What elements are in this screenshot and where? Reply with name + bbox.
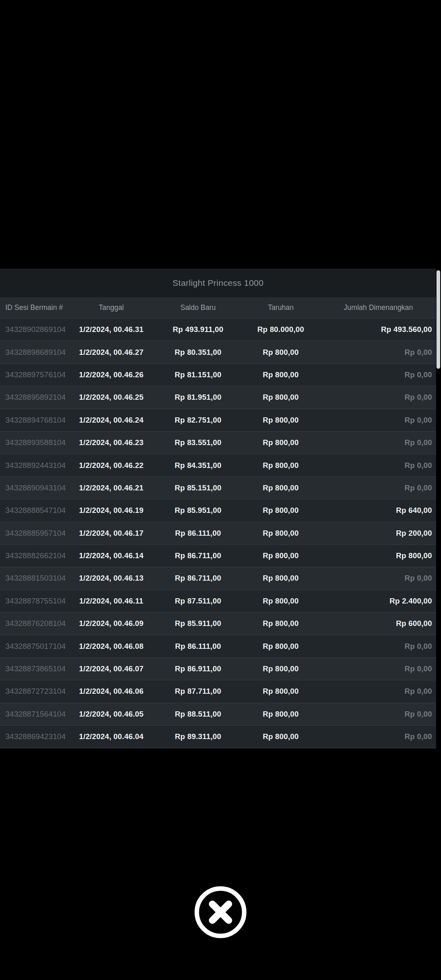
table-row: 34328872723104 1/2/2024, 00.46.06 Rp 87.… [0,680,436,703]
cell-amount-won: Rp 493.560,00 [321,325,436,334]
table-row: 34328898689104 1/2/2024, 00.46.27 Rp 80.… [0,341,436,363]
cell-amount-won: Rp 0,00 [321,393,436,402]
cell-date: 1/2/2024, 00.46.22 [67,461,155,470]
cell-new-balance: Rp 86.911,00 [155,664,241,673]
cell-new-balance: Rp 86.711,00 [155,574,241,583]
cell-amount-won: Rp 200,00 [321,529,436,538]
table-row: 34328895892104 1/2/2024, 00.46.25 Rp 81.… [0,386,436,409]
table-row: 34328902869104 1/2/2024, 00.46.31 Rp 493… [0,318,436,341]
cell-amount-won: Rp 0,00 [321,664,436,673]
cell-amount-won: Rp 800,00 [321,551,436,560]
cell-amount-won: Rp 0,00 [321,574,436,583]
cell-date: 1/2/2024, 00.46.19 [67,506,155,515]
cell-date: 1/2/2024, 00.46.25 [67,393,155,402]
table-row: 34328893588104 1/2/2024, 00.46.23 Rp 83.… [0,432,436,454]
cell-date: 1/2/2024, 00.46.09 [67,619,155,628]
cell-date: 1/2/2024, 00.46.14 [67,551,155,560]
cell-bet: Rp 800,00 [241,506,321,515]
cell-session-id: 34328893588104 [0,438,67,447]
cell-session-id: 34328871564104 [0,710,67,719]
table-row: 34328892443104 1/2/2024, 00.46.22 Rp 84.… [0,454,436,477]
cell-amount-won: Rp 0,00 [321,416,436,425]
close-button[interactable] [194,886,247,939]
cell-date: 1/2/2024, 00.46.04 [67,732,155,741]
table-body[interactable]: 34328902869104 1/2/2024, 00.46.31 Rp 493… [0,318,436,748]
cell-bet: Rp 800,00 [241,619,321,628]
cell-date: 1/2/2024, 00.46.07 [67,664,155,673]
cell-new-balance: Rp 86.111,00 [155,642,241,651]
cell-amount-won: Rp 0,00 [321,687,436,696]
cell-amount-won: Rp 2.400,00 [321,597,436,606]
cell-session-id: 34328902869104 [0,325,67,334]
cell-bet: Rp 800,00 [241,393,321,402]
cell-session-id: 34328882662104 [0,551,67,560]
cell-bet: Rp 800,00 [241,438,321,447]
column-header-bet: Taruhan [241,303,321,312]
cell-amount-won: Rp 0,00 [321,483,436,492]
table-row: 34328873865104 1/2/2024, 00.46.07 Rp 86.… [0,658,436,680]
cell-bet: Rp 800,00 [241,370,321,379]
modal-titlebar: Starlight Princess 1000 [0,269,436,297]
cell-date: 1/2/2024, 00.46.21 [67,483,155,492]
cell-new-balance: Rp 81.151,00 [155,370,241,379]
cell-bet: Rp 800,00 [241,348,321,357]
cell-date: 1/2/2024, 00.46.23 [67,438,155,447]
cell-new-balance: Rp 83.551,00 [155,438,241,447]
cell-amount-won: Rp 0,00 [321,348,436,357]
cell-amount-won: Rp 0,00 [321,438,436,447]
column-header-date: Tanggal [67,303,155,312]
x-circle-icon [194,886,247,939]
cell-new-balance: Rp 88.511,00 [155,710,241,719]
cell-new-balance: Rp 493.911,00 [155,325,241,334]
cell-new-balance: Rp 80.351,00 [155,348,241,357]
cell-bet: Rp 800,00 [241,642,321,651]
cell-session-id: 34328873865104 [0,664,67,673]
cell-new-balance: Rp 85.911,00 [155,619,241,628]
cell-bet: Rp 800,00 [241,664,321,673]
cell-session-id: 34328878755104 [0,597,67,606]
cell-date: 1/2/2024, 00.46.17 [67,529,155,538]
cell-bet: Rp 800,00 [241,416,321,425]
cell-new-balance: Rp 87.711,00 [155,687,241,696]
cell-session-id: 34328897576104 [0,370,67,379]
table-row: 34328878755104 1/2/2024, 00.46.11 Rp 87.… [0,590,436,612]
cell-date: 1/2/2024, 00.46.27 [67,348,155,357]
column-header-amount-won: Jumlah Dimenangkan [321,303,436,312]
cell-new-balance: Rp 81.951,00 [155,393,241,402]
cell-bet: Rp 800,00 [241,597,321,606]
cell-session-id: 34328895892104 [0,393,67,402]
page-root: { "colors": { "page_bg": "#000000", "mod… [0,0,441,980]
cell-date: 1/2/2024, 00.46.31 [67,325,155,334]
cell-bet: Rp 800,00 [241,483,321,492]
table-row: 34328871564104 1/2/2024, 00.46.05 Rp 88.… [0,703,436,726]
cell-bet: Rp 800,00 [241,574,321,583]
cell-date: 1/2/2024, 00.46.26 [67,370,155,379]
cell-date: 1/2/2024, 00.46.05 [67,710,155,719]
table-row: 34328888547104 1/2/2024, 00.46.19 Rp 85.… [0,499,436,522]
cell-session-id: 34328888547104 [0,506,67,515]
table-header-row: ID Sesi Bermain # Tanggal Saldo Baru Tar… [0,297,436,318]
cell-session-id: 34328898689104 [0,348,67,357]
cell-date: 1/2/2024, 00.46.08 [67,642,155,651]
cell-date: 1/2/2024, 00.46.11 [67,597,155,606]
cell-session-id: 34328872723104 [0,687,67,696]
column-header-new-balance: Saldo Baru [155,303,241,312]
table-row: 34328885957104 1/2/2024, 00.46.17 Rp 86.… [0,522,436,545]
table-row: 34328882662104 1/2/2024, 00.46.14 Rp 86.… [0,545,436,567]
scrollbar-thumb[interactable] [437,270,440,369]
cell-session-id: 34328876208104 [0,619,67,628]
cell-session-id: 34328890943104 [0,483,67,492]
table-row: 34328897576104 1/2/2024, 00.46.26 Rp 81.… [0,364,436,386]
cell-amount-won: Rp 0,00 [321,732,436,741]
cell-new-balance: Rp 86.111,00 [155,529,241,538]
table-row: 34328875017104 1/2/2024, 00.46.08 Rp 86.… [0,635,436,657]
cell-new-balance: Rp 85.951,00 [155,506,241,515]
cell-bet: Rp 800,00 [241,461,321,470]
cell-bet: Rp 800,00 [241,732,321,741]
cell-amount-won: Rp 0,00 [321,461,436,470]
cell-session-id: 34328881503104 [0,574,67,583]
cell-new-balance: Rp 84.351,00 [155,461,241,470]
cell-amount-won: Rp 640,00 [321,506,436,515]
cell-bet: Rp 800,00 [241,710,321,719]
modal-title: Starlight Princess 1000 [173,278,264,288]
